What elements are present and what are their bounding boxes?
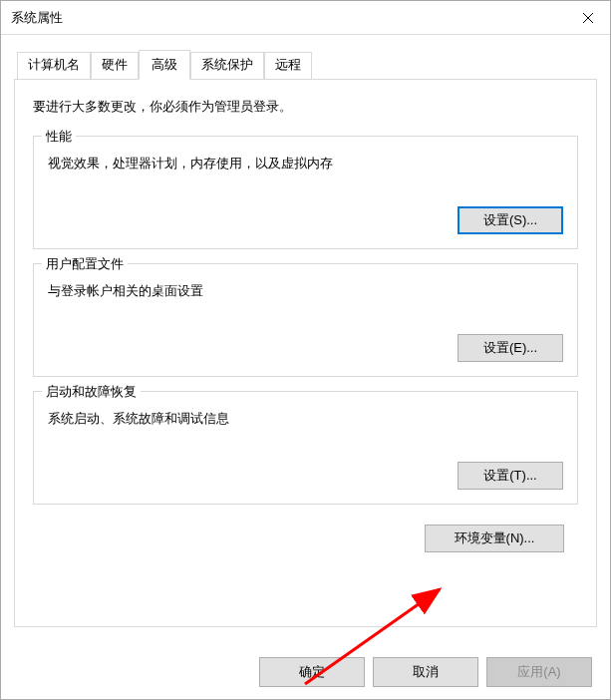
tab-computer-name[interactable]: 计算机名 (17, 52, 91, 80)
startup-desc: 系统启动、系统故障和调试信息 (48, 410, 563, 428)
profile-legend: 用户配置文件 (42, 255, 128, 273)
performance-settings-button[interactable]: 设置(S)... (458, 206, 563, 234)
profile-desc: 与登录帐户相关的桌面设置 (48, 282, 563, 300)
window-title: 系统属性 (11, 9, 63, 27)
startup-group: 启动和故障恢复 系统启动、系统故障和调试信息 设置(T)... (33, 391, 578, 505)
performance-legend: 性能 (42, 128, 76, 146)
performance-desc: 视觉效果，处理器计划，内存使用，以及虚拟内存 (48, 155, 563, 173)
content-area: 计算机名 硬件 高级 系统保护 远程 要进行大多数更改，你必须作为管理员登录。 … (1, 35, 610, 627)
intro-text: 要进行大多数更改，你必须作为管理员登录。 (33, 98, 578, 116)
tab-strip: 计算机名 硬件 高级 系统保护 远程 (17, 49, 597, 79)
apply-button[interactable]: 应用(A) (486, 657, 592, 687)
environment-variables-button[interactable]: 环境变量(N)... (425, 525, 564, 552)
cancel-button[interactable]: 取消 (373, 657, 478, 687)
close-button[interactable] (565, 1, 610, 34)
tab-advanced[interactable]: 高级 (139, 50, 190, 80)
tab-hardware[interactable]: 硬件 (91, 52, 139, 80)
performance-group: 性能 视觉效果，处理器计划，内存使用，以及虚拟内存 设置(S)... (33, 136, 578, 249)
performance-btn-row: 设置(S)... (48, 206, 563, 234)
profile-btn-row: 设置(E)... (48, 334, 563, 362)
startup-legend: 启动和故障恢复 (42, 383, 141, 401)
tab-remote[interactable]: 远程 (264, 52, 312, 80)
titlebar: 系统属性 (1, 1, 610, 35)
tab-panel-advanced: 要进行大多数更改，你必须作为管理员登录。 性能 视觉效果，处理器计划，内存使用，… (14, 79, 597, 627)
env-vars-row: 环境变量(N)... (33, 525, 564, 552)
dialog-button-row: 确定 取消 应用(A) (259, 657, 592, 687)
tab-system-protection[interactable]: 系统保护 (190, 52, 264, 80)
profile-settings-button[interactable]: 设置(E)... (458, 334, 563, 362)
startup-settings-button[interactable]: 设置(T)... (458, 462, 563, 490)
close-icon (583, 13, 593, 23)
profile-group: 用户配置文件 与登录帐户相关的桌面设置 设置(E)... (33, 263, 578, 377)
ok-button[interactable]: 确定 (259, 657, 365, 687)
startup-btn-row: 设置(T)... (48, 462, 563, 490)
system-properties-window: 系统属性 计算机名 硬件 高级 系统保护 远程 要进行大多数更改，你必须作为管理… (0, 0, 611, 700)
